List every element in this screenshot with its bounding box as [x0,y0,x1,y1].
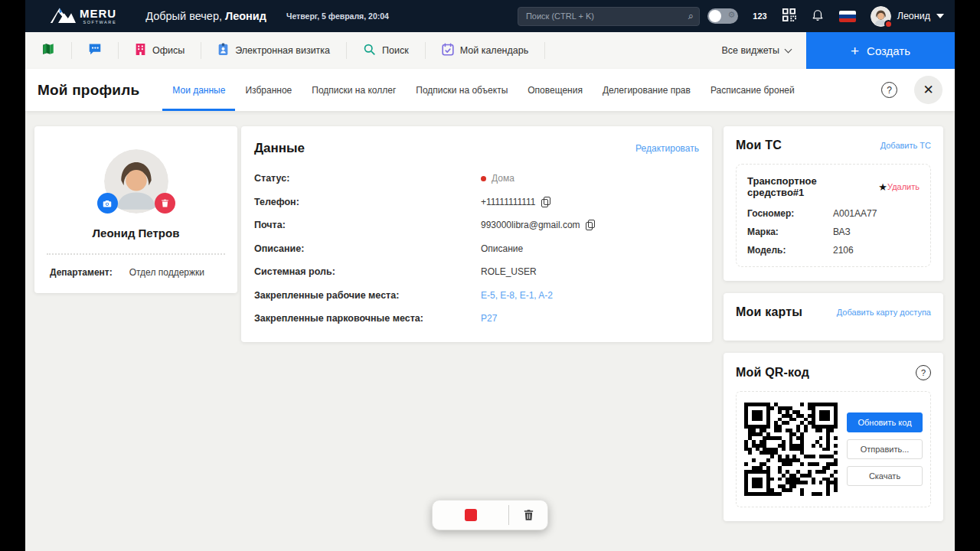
tab-colleague-subscriptions[interactable]: Подписки на коллег [302,69,406,111]
logo[interactable]: MERU SOFTWARE [50,5,116,27]
business-card-icon [217,43,229,59]
widget-business-card-label: Электронная визитка [235,45,330,56]
qr-card: Мой QR-код ? Обновить код [724,353,943,521]
data-card: Данные Редактировать Статус: Дома Телефо… [241,126,712,342]
qr-scan-icon[interactable] [782,8,796,25]
plate-value: A001AA77 [833,208,877,219]
add-vehicle-link[interactable]: Добавить ТС [880,141,931,150]
data-row-status: Статус: Дома [254,173,699,184]
logo-title: MERU [80,8,116,19]
copy-icon[interactable] [586,220,595,230]
page-title: Мой профиль [38,82,139,99]
mountain-logo-icon [50,5,76,27]
vehicles-card-title: Мои ТС [736,139,782,152]
language-flag-ru[interactable] [839,11,856,22]
vehicle-item: Транспортное средство#1 ★ Удалить Госном… [736,164,931,267]
workplaces-value[interactable]: E-5, E-8, E-1, A-2 [481,290,553,301]
vehicle-name: Транспортное средство#1 [747,175,871,198]
download-qr-button[interactable]: Скачать [847,466,923,486]
add-access-card-link[interactable]: Добавить карту доступа [837,308,931,317]
system-role-value: ROLE_USER [481,266,537,277]
profile-name: Леонид Петров [48,227,224,240]
bell-icon[interactable] [811,7,825,25]
datetime-text: Четверг, 5 февраля, 20:04 [286,11,389,21]
help-icon[interactable]: ? [881,82,897,98]
qr-code-image [744,403,838,496]
chat-icon [88,43,102,58]
favorite-star-icon[interactable]: ★ [878,181,887,193]
theme-toggle[interactable]: ⚙ [707,8,738,24]
trash-icon [160,198,170,208]
access-cards-title: Мои карты [736,305,802,319]
delete-vehicle-link[interactable]: Удалить [887,182,920,191]
app-window: MERU SOFTWARE Добрый вечер, Леонид Четве… [25,0,955,551]
widget-search[interactable]: Поиск [347,32,425,69]
map-icon [41,42,55,59]
widget-search-label: Поиск [382,45,409,56]
chevron-down-icon [936,14,944,18]
avatar [871,6,891,27]
close-icon[interactable]: ✕ [914,76,942,104]
camera-icon [102,198,113,209]
widget-map[interactable] [25,32,71,69]
vehicle-row-plate: Госномер: A001AA77 [747,208,920,219]
refresh-qr-button[interactable]: Обновить код [847,412,923,432]
gear-icon: ⚙ [727,10,735,20]
search-input[interactable] [518,7,700,26]
widget-offices[interactable]: Офисы [119,32,201,69]
counter-badge[interactable]: 123 [753,11,766,21]
qr-box: Обновить код Отправить... Скачать [736,391,931,507]
global-search: ⌕ [518,7,700,26]
vehicle-row-model: Модель: 2106 [747,245,920,256]
discard-recording-button[interactable] [509,508,547,522]
email-value: 993000libra@gmail.com [481,220,580,230]
user-menu[interactable]: Леонид [871,6,944,27]
tab-notifications[interactable]: Оповещения [518,69,593,111]
data-row-parking: Закрепленные парковочные места: P27 [254,313,699,324]
widget-chat[interactable] [72,32,118,69]
all-widgets-dropdown[interactable]: Все виджеты [706,45,806,56]
model-value: 2106 [833,245,854,256]
widget-business-card[interactable]: Электронная визитка [201,32,346,69]
stop-recording-icon [465,509,477,521]
edit-link[interactable]: Редактировать [635,143,699,154]
widget-offices-label: Офисы [152,45,185,56]
vehicles-card: Мои ТС Добавить ТС Транспортное средство… [724,126,943,281]
phone-value: +11111111111 [481,197,536,207]
screen-recorder-toolbar [432,500,548,530]
content-area: Леонид Петров Департамент: Отдел поддерж… [25,111,955,521]
delete-photo-button[interactable] [155,193,175,214]
chevron-down-icon [785,45,792,53]
tab-my-data[interactable]: Мои данные [162,69,235,111]
department-label: Департамент: [50,267,113,278]
qr-help-icon[interactable]: ? [916,365,931,380]
create-button-label: Создать [867,44,910,57]
widget-calendar[interactable]: Мой календарь [426,32,545,69]
toggle-knob [709,10,721,22]
widgets-toolbar: Офисы Электронная визитка По [25,32,955,69]
department-value: Отдел поддержки [129,267,204,278]
description-value: Описание [481,243,523,254]
offices-icon [135,43,146,59]
divider [47,253,225,255]
brand-value: ВАЗ [833,227,851,237]
profile-tabs: Мои данные Избранное Подписки на коллег … [162,69,804,111]
change-photo-button[interactable] [97,193,118,214]
create-button[interactable]: + Создать [806,32,955,69]
send-qr-button[interactable]: Отправить... [847,439,923,459]
copy-icon[interactable] [541,197,550,207]
tab-object-subscriptions[interactable]: Подписки на объекты [406,69,518,111]
tab-booking-schedule[interactable]: Расписание броней [701,69,805,111]
data-card-title: Данные [254,141,305,156]
calendar-icon [442,43,454,59]
data-row-email: Почта: 993000libra@gmail.com [254,220,699,230]
topbar: MERU SOFTWARE Добрый вечер, Леонид Четве… [25,0,955,32]
parking-value[interactable]: P27 [481,313,497,324]
data-row-system-role: Системная роль: ROLE_USER [254,266,699,277]
search-icon[interactable]: ⌕ [688,10,694,22]
profile-header: Мой профиль Мои данные Избранное Подписк… [25,69,955,111]
tab-favorites[interactable]: Избранное [235,69,302,111]
tab-rights-delegation[interactable]: Делегирование прав [593,69,701,111]
stop-recording-button[interactable] [433,509,508,521]
trash-icon [522,508,535,522]
